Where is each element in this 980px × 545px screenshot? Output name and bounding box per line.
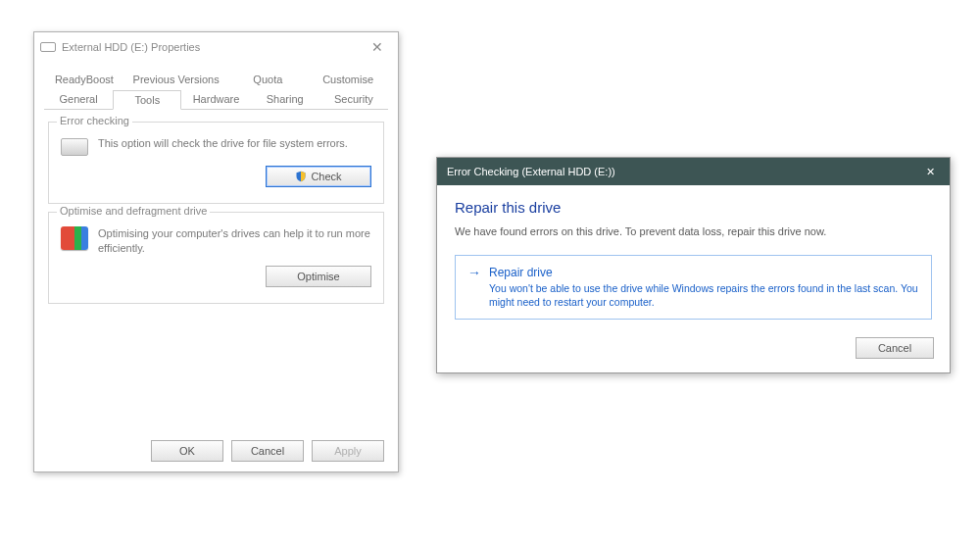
tab-general[interactable]: General: [44, 89, 113, 109]
error-dialog-titlebar[interactable]: Error Checking (External HDD (E:)) ✕: [437, 158, 950, 185]
group-legend-optimise: Optimise and defragment drive: [57, 205, 210, 217]
close-icon[interactable]: ✕: [910, 158, 950, 185]
repair-drive-desc: You won't be able to use the drive while…: [489, 281, 919, 309]
tab-previous-versions[interactable]: Previous Versions: [124, 70, 228, 89]
check-button-label: Check: [311, 171, 341, 182]
defrag-icon: [61, 226, 88, 250]
tab-quota[interactable]: Quota: [227, 70, 308, 89]
optimise-button-label: Optimise: [297, 271, 339, 282]
group-legend-error-checking: Error checking: [57, 115, 132, 126]
tab-customise[interactable]: Customise: [308, 70, 388, 89]
tab-readyboost[interactable]: ReadyBoost: [44, 70, 124, 89]
properties-dialog: External HDD (E:) Properties ✕ ReadyBoos…: [33, 31, 399, 472]
tab-hardware[interactable]: Hardware: [181, 89, 250, 109]
tab-sharing[interactable]: Sharing: [251, 89, 319, 109]
group-error-checking: Error checking This option will check th…: [48, 122, 384, 204]
arrow-right-icon: →: [467, 266, 481, 279]
properties-footer-buttons: OK Cancel Apply: [151, 440, 384, 462]
shield-icon: [295, 171, 307, 182]
error-dialog-message: We have found errors on this drive. To p…: [455, 225, 932, 237]
tab-strip: ReadyBoost Previous Versions Quota Custo…: [34, 62, 398, 110]
error-checking-text: This option will check the drive for fil…: [98, 136, 371, 151]
check-button[interactable]: Check: [266, 166, 371, 187]
drive-icon: [61, 138, 88, 156]
properties-title: External HDD (E:) Properties: [62, 41, 363, 53]
ok-button[interactable]: OK: [151, 440, 223, 462]
tab-tools[interactable]: Tools: [113, 90, 181, 110]
error-checking-dialog: Error Checking (External HDD (E:)) ✕ Rep…: [436, 157, 951, 373]
error-dialog-cancel-button[interactable]: Cancel: [856, 337, 934, 359]
error-dialog-title: Error Checking (External HDD (E:)): [447, 166, 910, 177]
repair-drive-title: Repair drive: [489, 266, 919, 279]
optimise-text: Optimising your computer's drives can he…: [98, 226, 371, 256]
apply-button: Apply: [312, 440, 384, 462]
optimise-button[interactable]: Optimise: [266, 266, 371, 287]
repair-drive-command[interactable]: → Repair drive You won't be able to use …: [455, 255, 932, 320]
cancel-button[interactable]: Cancel: [231, 440, 304, 462]
error-dialog-heading: Repair this drive: [455, 199, 932, 216]
group-optimise: Optimise and defragment drive Optimising…: [48, 212, 384, 304]
tab-security[interactable]: Security: [319, 89, 388, 109]
hdd-icon: [40, 42, 56, 52]
properties-titlebar[interactable]: External HDD (E:) Properties ✕: [34, 32, 398, 62]
close-icon[interactable]: ✕: [363, 39, 392, 55]
